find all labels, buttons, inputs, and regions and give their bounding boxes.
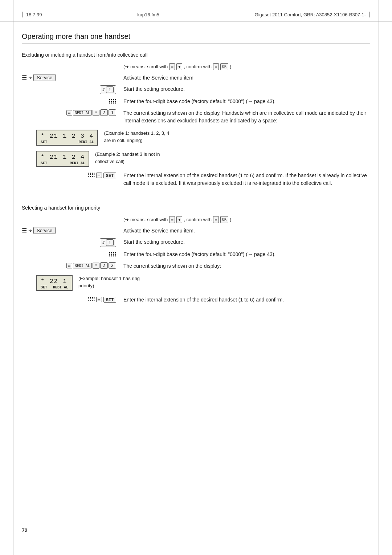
scroll-note-row: (➜ means: scroll with ▭ ▼ , confirm with…	[22, 63, 370, 70]
display-footer-1: SET REDI AL	[41, 140, 94, 144]
instr-left-hash1: # 1	[22, 85, 123, 94]
instr-right-redial1: The current setting is shown on the disp…	[123, 109, 370, 125]
display-screen-1: * 21 1 2 3 4 SET REDI AL	[36, 130, 98, 146]
display2-section1-container: * 21 1 2 4 SET REDI AL (Example 2: hands…	[36, 151, 370, 167]
section1-subtitle: Excluding or including a handset from/in…	[22, 52, 370, 58]
scroll-text2: , confirm with	[184, 63, 212, 70]
header-right: Gigaset 2011 Comfort, GBR: A30852-X1106-…	[255, 12, 370, 17]
page-number: 72	[22, 527, 28, 533]
display2-section1: * 21 1 2 4 SET REDI AL (Example 2: hands…	[36, 151, 168, 167]
scroll-note: (➜ means: scroll with ▭ ▼ , confirm with…	[123, 63, 370, 70]
scroll-text3-2: )	[230, 216, 231, 223]
row-redial2: ▭ REDI AL * 2 2 The current setting is s…	[22, 262, 370, 270]
instr-right-service1: Activate the Service menu item	[123, 74, 370, 82]
scroll-text2-2: , confirm with	[184, 216, 212, 223]
num-1: 1	[106, 86, 114, 93]
example-note-s2: (Example: handset 1 has ring priority)	[78, 275, 151, 289]
hash-key-2: # 1	[100, 238, 116, 247]
grid-icon-2: ⠿⠿	[108, 251, 116, 259]
ok-btn-2: OK	[220, 216, 228, 223]
scroll-text1: (➜ means: scroll with	[123, 63, 168, 70]
display1-container: * 21 1 2 3 4 SET REDI AL (Example 1: han…	[36, 130, 169, 146]
ok-btn: OK	[220, 63, 228, 70]
instr-right-redial2: The current setting is shown on the disp…	[123, 262, 370, 270]
display-number-s2: * 22 1	[41, 278, 68, 285]
instr-right-service2: Activate the Service menu item.	[123, 227, 370, 235]
blank-set-btn-2: ▭	[96, 297, 102, 302]
scroll-text1-2: (➜ means: scroll with	[123, 216, 168, 223]
main-content: Operating more than one handset Excludin…	[0, 21, 392, 322]
instr-right-hash1: Start the setting procedure.	[123, 85, 370, 93]
page-title: Operating more than one handset	[22, 32, 370, 44]
num-1-2: 1	[106, 239, 114, 246]
display-footer-2: SET REDI AL	[41, 161, 85, 165]
row-hash2: # 1 Start the setting procedure.	[22, 238, 370, 247]
num-1-1: 1	[109, 109, 116, 116]
grid-icon-set: ⠿⠿	[87, 172, 95, 179]
num-2-3: 2	[109, 262, 116, 269]
instr-left-grid1: ⠿⠿	[22, 98, 123, 106]
row-after-displays: ⠿⠿ ▭ SET Enter the internal extension of…	[22, 172, 370, 187]
header-center: kap16.fm5	[137, 12, 159, 17]
hash-symbol-2: #	[102, 240, 105, 245]
display-s2-container: * 22 1 SET REDI AL (Example: handset 1 h…	[36, 275, 370, 291]
instr-right-hash2: Start the setting procedure.	[123, 238, 370, 246]
page-footer: 72	[22, 525, 370, 533]
grid-icon-set2: ⠿⠿	[87, 296, 95, 303]
num-2-2: 2	[100, 262, 108, 269]
redial-btn-1: REDI AL	[73, 110, 92, 116]
section1: Excluding or including a handset from/in…	[22, 52, 370, 187]
row-grid1: ⠿⠿ Enter the four-digit base code (facto…	[22, 98, 370, 106]
num-2-1: 2	[100, 109, 108, 116]
display-footer-s2: SET REDI AL	[41, 285, 68, 289]
set-key-2: SET	[103, 297, 116, 303]
scroll-note-row-2: (➜ means: scroll with ▭ ▼ , confirm with…	[22, 216, 370, 223]
confirm-btn-2: ▭	[213, 216, 219, 223]
service-label-1: Service	[33, 74, 56, 81]
arrow-icon-2: ➜	[28, 228, 32, 233]
row-service-2: ☰ ➜ Service Activate the Service menu it…	[22, 227, 370, 235]
grid-icon-1: ⠿⠿	[108, 98, 116, 106]
row-grid2: ⠿⠿ Enter the four-digit base code (facto…	[22, 251, 370, 259]
instr-left-hash2: # 1	[22, 238, 123, 247]
instr-right-after-displays: Enter the internal extension of the desi…	[123, 172, 370, 187]
display-footer-redial-1: REDI AL	[78, 140, 94, 144]
hash-key-1: # 1	[100, 85, 116, 94]
menu-icon-2: ☰	[22, 227, 27, 234]
blank-btn-2: ▭	[66, 263, 72, 268]
set-key-1: SET	[103, 173, 116, 178]
service-label-2: Service	[33, 227, 56, 234]
display-footer-set-s2: SET	[41, 285, 47, 289]
instr-left-redial1: ▭ REDI AL * 2 1	[22, 109, 123, 116]
menu-icon: ☰	[22, 74, 27, 81]
display-number-2: * 21 1 2 4	[41, 154, 85, 161]
section2: Selecting a handset for ring priority (➜…	[22, 205, 370, 304]
header-left: 18.7.99	[22, 12, 42, 17]
blank-set-btn: ▭	[96, 173, 102, 178]
instr-left-grid2: ⠿⠿	[22, 251, 123, 259]
example-note-2: (Example 2: handset 3 is not in collecti…	[95, 151, 168, 165]
example-note-1: (Example 1: handsets 1, 2, 3, 4 are in c…	[104, 130, 169, 144]
instr-left-redial2: ▭ REDI AL * 2 2	[22, 262, 123, 269]
instr-right-grid1: Enter the four-digit base code (factory …	[123, 98, 370, 105]
display-screen-2: * 21 1 2 4 SET REDI AL	[36, 151, 89, 167]
header-product: Gigaset 2011 Comfort, GBR: A30852-X1106-…	[255, 12, 366, 17]
display-footer-set-left-2: SET	[41, 161, 47, 165]
display-number-1: * 21 1 2 3 4	[41, 133, 94, 139]
star-key-1: *	[93, 110, 99, 116]
scroll-btn: ▭	[169, 63, 175, 70]
instr-left-service1: ☰ ➜ Service	[22, 74, 123, 81]
row-service-1: ☰ ➜ Service Activate the Service menu it…	[22, 74, 370, 82]
header-date: 18.7.99	[26, 12, 42, 17]
scroll-text3: )	[230, 63, 231, 70]
scroll-note-2: (➜ means: scroll with ▭ ▼ , confirm with…	[123, 216, 370, 223]
section-divider	[22, 196, 370, 196]
row-redial1: ▭ REDI AL * 2 1 The current setting is s…	[22, 109, 370, 125]
scroll-btn-2: ▭	[169, 216, 175, 223]
display-footer-set-left-1: SET	[41, 140, 47, 144]
instr-left-after-displays: ⠿⠿ ▭ SET	[22, 172, 123, 179]
star-key-2: *	[93, 263, 99, 269]
row-hash1: # 1 Start the setting procedure.	[22, 85, 370, 94]
down-btn-2: ▼	[176, 216, 182, 223]
down-btn: ▼	[176, 63, 182, 70]
